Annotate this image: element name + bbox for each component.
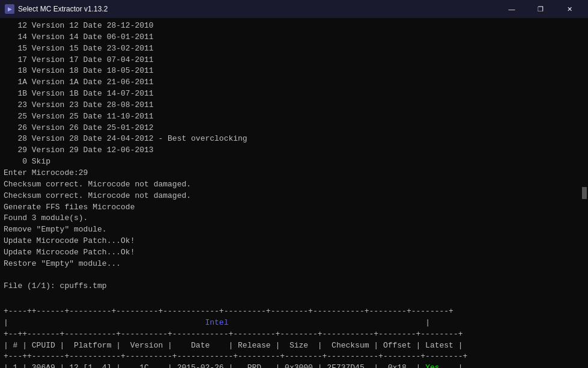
found-modules-line: Found 3 module(s).: [4, 213, 584, 224]
version-line-23: 23 Version 23 Date 28-08-2011: [4, 100, 584, 111]
generate-ffs-line: Generate FFS files Microcode: [4, 202, 584, 213]
version-line-29: 29 Version 29 Date 12-06-2013: [4, 145, 584, 156]
table-section: +----++------+---------+---------+------…: [4, 306, 584, 368]
remove-empty-line: Remove "Empty" module.: [4, 224, 584, 236]
blank-line-1: [4, 270, 584, 281]
version-line-1a: 1A Version 1A Date 21-06-2011: [4, 77, 584, 88]
blank-line-2: [4, 292, 584, 304]
version-line-skip: 0 Skip: [4, 156, 584, 168]
version-line-14: 14 Version 14 Date 06-01-2011: [4, 32, 584, 43]
version-line-1b: 1B Version 1B Date 14-07-2011: [4, 88, 584, 100]
version-line-17: 17 Version 17 Date 07-04-2011: [4, 55, 584, 66]
version-line-28: 28 Version 28 Date 24-04-2012 - Best ove…: [4, 133, 584, 145]
main-window: ▶ Select MC Extractor v1.13.2 — ❐ ✕ 12 V…: [0, 0, 588, 368]
file-line: File (1/1): cpuffs.tmp: [4, 281, 584, 292]
minimize-button[interactable]: —: [498, 0, 526, 18]
update-patch-2: Update Microcode Patch...Ok!: [4, 247, 584, 259]
version-line-15: 15 Version 15 Date 23-02-2011: [4, 43, 584, 55]
version-line-25: 25 Version 25 Date 11-10-2011: [4, 111, 584, 123]
title-bar: ▶ Select MC Extractor v1.13.2 — ❐ ✕: [0, 0, 588, 18]
update-patch-1: Update Microcode Patch...Ok!: [4, 236, 584, 247]
version-line-12: 12 Version 12 Date 28-12-2010: [4, 20, 584, 32]
checksum-line-2: Checksum correct. Microcode not damaged.: [4, 191, 584, 202]
table-col-header: | # | CPUID | Platform | Version | Date …: [4, 340, 584, 352]
restore-empty-line: Restore "Empty" module...: [4, 259, 584, 270]
table-col-sep: +--++-------+-----------+----------+----…: [4, 329, 584, 340]
console-area: 12 Version 12 Date 28-12-2010 14 Version…: [0, 18, 588, 368]
table-row-1: | 1 | 306A9 | 12 [1, 4] | 1C | 2015-02-2…: [4, 363, 584, 368]
table-top-border: +----++------+---------+---------+------…: [4, 306, 584, 317]
scrollbar[interactable]: [582, 187, 587, 199]
table-row-sep-1: +---++-------+-----------+----------+---…: [4, 351, 584, 363]
version-line-26: 26 Version 26 Date 25-01-2012: [4, 123, 584, 134]
table-header-row: | Intel |: [4, 317, 584, 329]
maximize-button[interactable]: ❐: [527, 0, 554, 18]
title-bar-controls: — ❐ ✕: [498, 0, 583, 18]
title-bar-left: ▶ Select MC Extractor v1.13.2: [5, 4, 108, 14]
window-title: Select MC Extractor v1.13.2: [18, 5, 108, 13]
version-line-18: 18 Version 18 Date 18-05-2011: [4, 66, 584, 77]
app-icon: ▶: [5, 4, 14, 14]
checksum-line-1: Checksum correct. Microcode not damaged.: [4, 179, 584, 191]
enter-microcode-prompt: Enter Microcode:29: [4, 168, 584, 179]
close-button[interactable]: ✕: [556, 0, 583, 18]
